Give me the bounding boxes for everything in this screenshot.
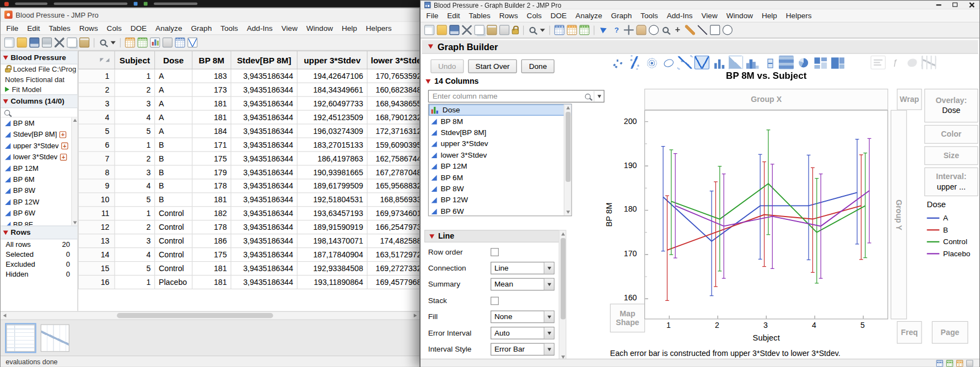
summary-dropdown[interactable]: Mean bbox=[491, 278, 554, 291]
grabber-tool-icon[interactable] bbox=[636, 25, 646, 35]
thumbnail-data-table[interactable] bbox=[6, 324, 35, 352]
cell[interactable]: 3 bbox=[115, 234, 155, 248]
cell[interactable]: 184,34349661 bbox=[297, 83, 367, 96]
table-corner[interactable] bbox=[78, 51, 115, 69]
undo-button[interactable]: Undo bbox=[430, 60, 464, 73]
rows-stat-excluded[interactable]: Excluded0 bbox=[1, 260, 77, 269]
cell[interactable]: 168,8569335 bbox=[367, 193, 419, 207]
scroll-down-icon[interactable] bbox=[73, 221, 77, 224]
legend-item-control[interactable]: Control bbox=[927, 235, 979, 247]
stack-checkbox[interactable] bbox=[491, 296, 499, 305]
cell[interactable]: 178 bbox=[192, 220, 231, 234]
cell[interactable]: 3,9435186344 bbox=[231, 179, 297, 193]
row-number[interactable]: 11 bbox=[78, 207, 115, 220]
menu-view[interactable]: View bbox=[697, 10, 722, 21]
parallel-icon[interactable] bbox=[921, 56, 936, 69]
hscroll-thumb[interactable] bbox=[117, 313, 273, 318]
table-row[interactable]: 11A1833,9435186344194,42647106170,765359… bbox=[78, 69, 419, 83]
page-zone[interactable]: Page bbox=[932, 321, 968, 344]
group-x-zone[interactable]: Group X bbox=[644, 89, 888, 110]
line-icon[interactable] bbox=[694, 56, 709, 69]
menu-graph[interactable]: Graph bbox=[186, 23, 216, 34]
cell[interactable]: 5 bbox=[115, 262, 155, 276]
row-number[interactable]: 14 bbox=[78, 248, 115, 262]
y-axis-ticks[interactable]: 160170180190200 bbox=[616, 110, 640, 320]
crosshair-tool-icon[interactable] bbox=[624, 25, 634, 35]
rows-stat-all-rows[interactable]: All rows20 bbox=[1, 239, 77, 249]
cell[interactable]: 182 bbox=[192, 207, 231, 220]
fill-dropdown[interactable]: None bbox=[491, 311, 554, 323]
row-number[interactable]: 1 bbox=[78, 69, 115, 83]
green-triangle-icon[interactable] bbox=[5, 87, 9, 92]
search-icon[interactable] bbox=[529, 27, 535, 33]
red-triangle-icon[interactable] bbox=[429, 234, 434, 239]
cell[interactable]: 183 bbox=[192, 69, 231, 83]
table-row[interactable]: 111Control1823,9435186344193,63457193169… bbox=[78, 207, 419, 220]
gb-column-bp-6w[interactable]: BP 6W bbox=[429, 206, 572, 216]
new-data-table-icon[interactable] bbox=[4, 37, 14, 47]
data-table-icon[interactable] bbox=[554, 25, 564, 35]
sidebar-columns-search[interactable] bbox=[1, 108, 77, 117]
cell[interactable]: 3,9435186344 bbox=[231, 110, 297, 124]
mosaic-icon[interactable] bbox=[812, 56, 827, 69]
legend-item-placebo[interactable]: Placebo bbox=[927, 247, 979, 260]
cell[interactable]: 192,93384508 bbox=[297, 262, 367, 276]
gb-column-bp-12w[interactable]: BP 12W bbox=[429, 195, 572, 206]
table-row[interactable]: 72B1753,9435186344186,4197863162,7586744… bbox=[78, 152, 419, 165]
formula-icon[interactable] bbox=[887, 56, 902, 69]
gb-columns-header[interactable]: 14 Columns bbox=[426, 77, 478, 85]
cell[interactable]: 169,97346013 bbox=[367, 207, 419, 220]
copy-picture-icon[interactable] bbox=[499, 25, 509, 35]
cell[interactable]: 3,9435186344 bbox=[231, 124, 297, 138]
cell[interactable]: 190,93981665 bbox=[297, 165, 367, 179]
cell[interactable]: B bbox=[155, 179, 192, 193]
table-row[interactable]: 155Control1813,9435186344192,93384508169… bbox=[78, 262, 419, 276]
cell[interactable]: 186 bbox=[192, 234, 231, 248]
cell[interactable]: 194,42647106 bbox=[297, 69, 367, 83]
row-number[interactable]: 2 bbox=[78, 83, 115, 96]
row-number[interactable]: 3 bbox=[78, 96, 115, 110]
notes-item[interactable]: Notes Fictional dat bbox=[1, 74, 77, 84]
cell[interactable]: 169,27273328 bbox=[367, 262, 419, 276]
journal-status-icon[interactable] bbox=[956, 360, 963, 366]
gb-column-lower-3-stdev[interactable]: lower 3*Stdev bbox=[429, 149, 572, 160]
graph-builder-header[interactable]: Graph Builder bbox=[422, 40, 978, 54]
data-view-icon[interactable] bbox=[125, 37, 135, 47]
distribution-icon[interactable] bbox=[150, 37, 160, 47]
cell[interactable]: 174,4825889 bbox=[367, 234, 419, 248]
print-icon[interactable] bbox=[42, 37, 52, 47]
cell[interactable]: 2 bbox=[115, 220, 155, 234]
save-icon[interactable] bbox=[449, 25, 459, 35]
search-options-icon[interactable] bbox=[540, 25, 545, 35]
gb-column-bp-8m[interactable]: BP 8M bbox=[429, 116, 572, 127]
red-triangle-icon[interactable] bbox=[3, 230, 8, 235]
treemap-icon[interactable] bbox=[830, 56, 844, 69]
right-window-titlebar[interactable]: Blood Pressure - Graph Builder 2 - JMP P… bbox=[421, 1, 979, 9]
start-over-button[interactable]: Start Over bbox=[468, 60, 517, 73]
cell[interactable]: 4 bbox=[115, 248, 155, 262]
sort-icon[interactable] bbox=[163, 37, 173, 47]
help-tool-icon[interactable] bbox=[611, 25, 621, 35]
sidebar-column-bp-8w[interactable]: BP 8W bbox=[1, 185, 77, 196]
area-icon[interactable] bbox=[728, 56, 743, 69]
x-axis-ticks[interactable]: 12345 bbox=[644, 321, 888, 331]
cell[interactable]: 5 bbox=[115, 124, 155, 138]
table-panel-header[interactable]: Blood Pressure bbox=[1, 51, 77, 64]
menu-doe[interactable]: DOE bbox=[126, 23, 151, 34]
cell[interactable]: 163,51729724 bbox=[367, 248, 419, 262]
magnifier-tool-icon[interactable] bbox=[663, 27, 669, 33]
connection-dropdown[interactable]: Line bbox=[491, 262, 554, 274]
points-icon[interactable] bbox=[610, 56, 625, 69]
menu-edit[interactable]: Edit bbox=[443, 10, 464, 21]
scroll-up-icon[interactable] bbox=[73, 118, 77, 122]
arrow-tool-icon[interactable] bbox=[599, 25, 609, 35]
map-shape-icon[interactable] bbox=[904, 56, 919, 69]
line-annotation-icon[interactable] bbox=[697, 25, 707, 35]
cell[interactable]: B bbox=[155, 152, 192, 165]
ellipse-icon[interactable] bbox=[661, 56, 676, 69]
column-header-stdev-bp-8m[interactable]: Stdev[BP 8M] bbox=[231, 51, 297, 69]
cell[interactable]: 3,9435186344 bbox=[231, 248, 297, 262]
row-number[interactable]: 8 bbox=[78, 165, 115, 179]
cell[interactable]: 166,25479738 bbox=[367, 220, 419, 234]
cut-icon[interactable] bbox=[462, 25, 472, 35]
